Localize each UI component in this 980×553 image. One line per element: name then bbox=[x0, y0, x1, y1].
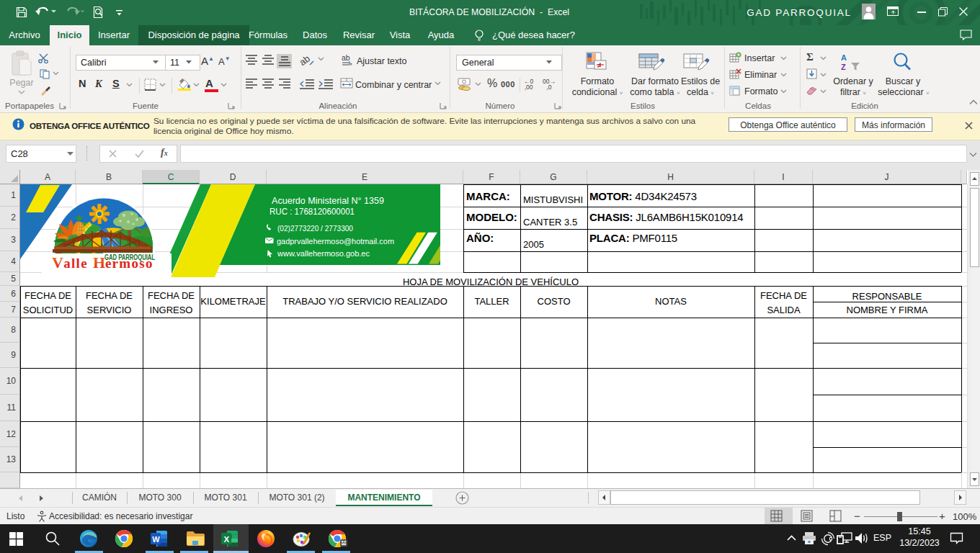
svg-text:ab: ab bbox=[300, 54, 312, 68]
svg-text:≠: ≠ bbox=[597, 62, 601, 69]
svg-text:Acuerdo Ministerial N° 1359: Acuerdo Ministerial N° 1359 bbox=[272, 195, 384, 206]
svg-text:A: A bbox=[841, 53, 847, 62]
svg-text:gadprvallehermoso@hotmail.com: gadprvallehermoso@hotmail.com bbox=[277, 237, 394, 246]
svg-text:Valle Hermoso: Valle Hermoso bbox=[52, 253, 153, 271]
svg-text:www.vallehermoso.gob.ec: www.vallehermoso.gob.ec bbox=[277, 249, 370, 258]
svg-text:X: X bbox=[223, 535, 229, 544]
svg-text:RUC : 1768120600001: RUC : 1768120600001 bbox=[270, 206, 355, 217]
svg-text:(02)2773220 / 2773300: (02)2773220 / 2773300 bbox=[277, 224, 353, 233]
svg-text:ab: ab bbox=[342, 53, 350, 62]
svg-text:Z: Z bbox=[841, 63, 846, 71]
svg-text:W: W bbox=[152, 535, 160, 544]
